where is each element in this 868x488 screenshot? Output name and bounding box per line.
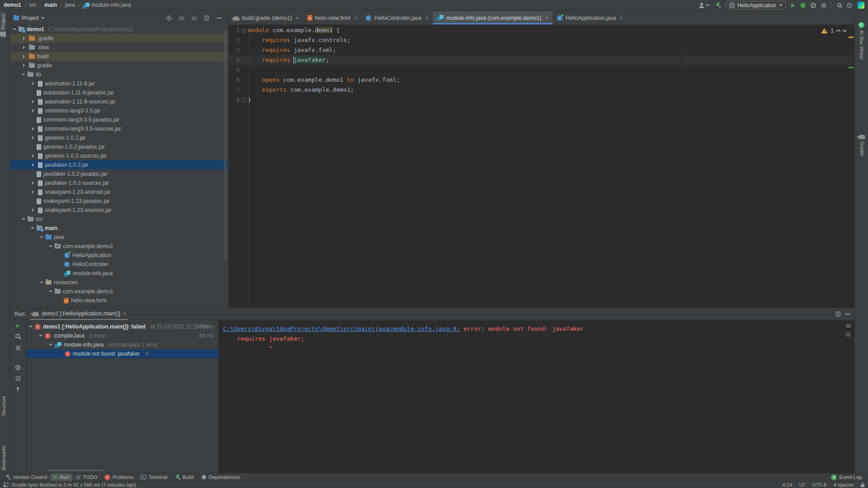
profiler-button[interactable] bbox=[811, 3, 816, 8]
toolwindow-button-problems[interactable]: Problems bbox=[101, 474, 137, 481]
layout-settings-button[interactable] bbox=[16, 376, 20, 381]
close-icon[interactable]: × bbox=[545, 14, 549, 21]
inspection-widget[interactable]: 1 bbox=[821, 28, 846, 34]
editor-tab[interactable]: build.gradle (demo1)× bbox=[229, 11, 303, 24]
event-log-button[interactable]: 1 Event Log bbox=[827, 474, 865, 481]
breadcrumb-item[interactable]: demo1 bbox=[4, 2, 21, 8]
chevron-expanded-icon[interactable] bbox=[22, 218, 25, 222]
user-menu-button[interactable] bbox=[699, 3, 709, 8]
breadcrumb-item[interactable]: src bbox=[29, 2, 36, 8]
breadcrumb-item[interactable]: module-info.java bbox=[83, 2, 131, 8]
run-tree-hscrollbar[interactable] bbox=[48, 469, 104, 471]
status-caret-position[interactable]: 4:14 bbox=[783, 482, 792, 488]
toolwindow-button-version-control[interactable]: Version Control bbox=[3, 474, 51, 481]
chevron-expanded-icon[interactable] bbox=[49, 291, 52, 294]
code-line[interactable]: 6 opens com.example.demo1 to javafx.fxml… bbox=[229, 75, 854, 85]
status-encoding[interactable]: UTF-8 bbox=[812, 482, 826, 488]
tree-item[interactable]: javafaker-1.0.2-sources.jar bbox=[10, 178, 228, 188]
chevron-collapsed-icon[interactable] bbox=[23, 64, 27, 67]
editor-tab[interactable]: HelloApplication.java× bbox=[552, 11, 627, 24]
tree-item[interactable]: HelloController bbox=[10, 260, 228, 269]
console-file-link[interactable]: C:\Users\divya\IdeaProjects\demo1\src\ma… bbox=[223, 325, 460, 332]
chevron-expanded-icon[interactable] bbox=[31, 227, 34, 231]
stripe-button-bookmarks[interactable]: Bookmarks bbox=[1, 443, 6, 473]
minimize-panel-button[interactable] bbox=[845, 314, 850, 314]
run-tree-row[interactable]: module-info.javasrc\main\java 1 error bbox=[26, 340, 218, 349]
chevron-collapsed-icon[interactable] bbox=[23, 37, 27, 40]
chevron-expanded-icon[interactable] bbox=[13, 28, 16, 32]
tree-item[interactable]: generex-1.0.2.jar bbox=[10, 133, 228, 142]
status-line-ending[interactable]: LF bbox=[799, 482, 805, 488]
run-tree-row[interactable]: :compileJava1 error88 ms bbox=[26, 331, 218, 340]
run-button[interactable] bbox=[791, 3, 795, 8]
chevron-expanded-icon[interactable] bbox=[22, 74, 25, 77]
run-tree-row[interactable]: module not found: javafaker:4 bbox=[26, 349, 218, 358]
chevron-expanded-icon[interactable] bbox=[40, 236, 43, 240]
code-line[interactable]: 1−module com.example.demo1 { bbox=[229, 25, 854, 35]
tree-item[interactable]: HelloApplication bbox=[10, 251, 228, 260]
tree-item[interactable]: hello-view.fxml bbox=[10, 296, 228, 305]
toolwindow-button-terminal[interactable]: Terminal bbox=[137, 474, 171, 481]
close-icon[interactable]: × bbox=[123, 310, 126, 317]
stop-process-button[interactable] bbox=[16, 346, 20, 350]
scroll-to-end-icon[interactable] bbox=[846, 333, 850, 337]
tree-item[interactable]: automaton-1.11-8.jar bbox=[10, 79, 228, 88]
tree-item[interactable]: generex-1.0.2-javadoc.jar bbox=[10, 142, 228, 151]
code-line[interactable]: 2 requires javafx.controls; bbox=[229, 35, 854, 45]
project-panel-title[interactable]: Project bbox=[22, 15, 38, 21]
tree-item[interactable]: snakeyaml-1.23-sources.jar bbox=[10, 206, 228, 215]
run-console[interactable]: C:\Users\divya\IdeaProjects\demo1\src\ma… bbox=[218, 320, 854, 473]
editor-tab[interactable]: hello-view.fxml× bbox=[303, 11, 362, 24]
code-line[interactable]: 7 exports com.example.demo1; bbox=[229, 85, 854, 95]
fold-marker-icon[interactable] bbox=[242, 98, 246, 102]
build-hammer-button[interactable] bbox=[715, 2, 721, 8]
settings-gear-button[interactable] bbox=[847, 3, 852, 8]
tree-item[interactable]: com.example.demo1 bbox=[10, 287, 228, 296]
status-indent-setting[interactable]: 4 spaces bbox=[834, 482, 854, 488]
tree-item[interactable]: automaton-1.11-8-sources.jar bbox=[10, 97, 228, 106]
locate-file-button[interactable] bbox=[164, 14, 174, 23]
tree-item[interactable]: module-info.java bbox=[10, 269, 228, 278]
lock-icon[interactable] bbox=[861, 484, 864, 487]
stripe-button-gradle[interactable]: Gradle bbox=[859, 131, 865, 159]
toolwindow-toggle-icon[interactable] bbox=[4, 483, 8, 487]
run-config-settings-button[interactable] bbox=[15, 334, 21, 339]
search-everywhere-button[interactable] bbox=[837, 3, 841, 7]
run-tab[interactable]: demo1 [:HelloApplication.main()] × bbox=[30, 308, 127, 320]
tree-item[interactable]: generex-1.0.2-sources.jar bbox=[10, 151, 228, 160]
chevron-collapsed-icon[interactable] bbox=[23, 55, 27, 58]
chevron-collapsed-icon[interactable] bbox=[32, 190, 36, 194]
tree-item[interactable]: commons-lang3-3.5-sources.jar bbox=[10, 124, 228, 133]
chevron-expanded-icon[interactable] bbox=[29, 326, 33, 329]
rerun-button[interactable] bbox=[16, 324, 19, 328]
show-passed-button[interactable] bbox=[15, 365, 20, 370]
code-line[interactable]: 5 bbox=[229, 65, 854, 75]
chevron-collapsed-icon[interactable] bbox=[32, 163, 36, 167]
tree-item[interactable]: automaton-1.11-8-javadoc.jar bbox=[10, 88, 228, 97]
run-settings-button[interactable] bbox=[835, 311, 841, 317]
toolwindow-button-build[interactable]: Build bbox=[171, 474, 197, 481]
tree-item[interactable]: com.example.demo1 bbox=[10, 242, 228, 251]
toolwindow-button-run[interactable]: Run bbox=[51, 474, 72, 481]
debug-button[interactable] bbox=[801, 3, 805, 8]
chevron-collapsed-icon[interactable] bbox=[32, 154, 36, 158]
tree-item[interactable]: demo1C:\Users\divya\IdeaProjects\demo1 bbox=[10, 25, 228, 34]
chevron-expanded-icon[interactable] bbox=[49, 344, 52, 347]
tree-item[interactable]: resources bbox=[10, 278, 228, 287]
code-line[interactable]: 8} bbox=[229, 95, 854, 105]
stripe-button-structure[interactable]: Structure bbox=[1, 393, 6, 419]
hide-panel-button[interactable] bbox=[214, 14, 224, 23]
tree-item[interactable]: commons-lang3-3.5.jar bbox=[10, 106, 228, 115]
code-line[interactable]: 4 requires javafaker; bbox=[229, 55, 854, 65]
chevron-collapsed-icon[interactable] bbox=[32, 136, 36, 140]
tree-item[interactable]: javafaker-1.0.2.jar bbox=[10, 160, 228, 169]
tree-item[interactable]: main bbox=[10, 224, 228, 233]
scrollbar-warning-mark[interactable] bbox=[849, 37, 854, 38]
tree-item[interactable]: src bbox=[10, 215, 228, 224]
chevron-collapsed-icon[interactable] bbox=[32, 127, 36, 131]
editor-tab[interactable]: HelloController.java× bbox=[361, 11, 433, 24]
tree-item[interactable]: gradle bbox=[10, 61, 228, 70]
expand-all-button[interactable] bbox=[189, 14, 199, 23]
tree-item[interactable]: commons-lang3-3.5-javadoc.jar bbox=[10, 115, 228, 124]
chevron-collapsed-icon[interactable] bbox=[32, 82, 36, 85]
